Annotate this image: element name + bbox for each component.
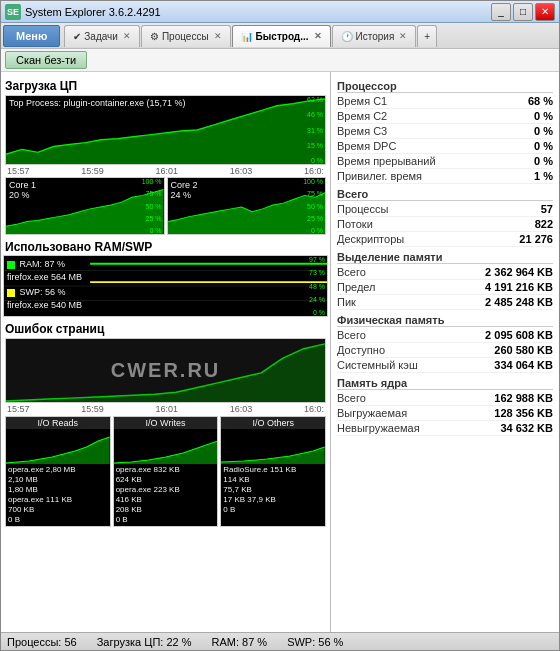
value-physmem-avail: 260 580 KB: [494, 344, 553, 356]
row-memalloc-peak: Пик 2 485 248 KB: [337, 295, 553, 310]
tab-bystrod[interactable]: 📊 Быстрод... ✕: [232, 25, 331, 47]
time-160x: 16:0:: [304, 166, 324, 176]
cpu-section-title: Загрузка ЦП: [3, 76, 328, 94]
value-privtime: 1 %: [534, 170, 553, 182]
value-descriptors: 21 276: [519, 233, 553, 245]
row-descriptors: Дескрипторы 21 276: [337, 232, 553, 247]
ram-label-line1: RAM: 87 %: [7, 258, 82, 271]
menu-button[interactable]: Меню: [3, 25, 60, 47]
label-c1: Время C1: [337, 95, 387, 107]
core2-pct: 24 %: [171, 190, 192, 200]
cpu-chart-scale: 62 % 46 % 31 % 15 % 0 %: [307, 96, 323, 164]
cpu-scale-46: 46 %: [307, 111, 323, 118]
physmem-title: Физическая память: [337, 314, 553, 327]
tab-protsessy-close[interactable]: ✕: [214, 31, 222, 41]
io-reads-line3: 1,80 MB: [8, 485, 108, 495]
core1-scale: 100 % 75 % 50 % 25 % 0 %: [142, 178, 162, 234]
left-panel: Загрузка ЦП Top Process: plugin-containe…: [1, 72, 331, 632]
window-controls: _ □ ✕: [491, 3, 555, 21]
close-button[interactable]: ✕: [535, 3, 555, 21]
app-icon: SE: [5, 4, 21, 20]
maximize-button[interactable]: □: [513, 3, 533, 21]
status-ram: RAM: 87 %: [211, 636, 267, 648]
tab-istoriya-label: История: [356, 31, 395, 42]
title-bar: SE System Explorer 3.6.2.4291 _ □ ✕: [1, 1, 559, 23]
io-others-title: I/O Others: [221, 417, 325, 429]
tab-istoriya-close[interactable]: ✕: [399, 31, 407, 41]
io-writes-svg: [114, 429, 218, 464]
row-memalloc-total: Всего 2 362 964 KB: [337, 265, 553, 280]
ram-section-title: Использовано RAM/SWP: [3, 237, 328, 255]
time-1557: 15:57: [7, 166, 30, 176]
svg-marker-2: [168, 192, 326, 234]
io-writes-title: I/O Writes: [114, 417, 218, 429]
tab-protsessy-label: Процессы: [162, 31, 209, 42]
row-interrupt: Время прерываний 0 %: [337, 154, 553, 169]
svg-marker-10: [114, 441, 218, 464]
tab-zadachi[interactable]: ✔ Задачи ✕: [64, 25, 140, 47]
value-dpc: 0 %: [534, 140, 553, 152]
io-others-block: I/O Others RadioSure.e 151 KB 114 KB 75,…: [220, 416, 326, 527]
io-others-line2: 114 KB: [223, 475, 323, 485]
io-reads-line2: 2,10 MB: [8, 475, 108, 485]
tab-bystrod-close[interactable]: ✕: [314, 31, 322, 41]
tab-zadachi-icon: ✔: [73, 31, 81, 42]
row-processes: Процессы 57: [337, 202, 553, 217]
ram-label-line2: firefox.exe 564 MB: [7, 271, 82, 284]
row-threads: Потоки 822: [337, 217, 553, 232]
row-privtime: Привилег. время 1 %: [337, 169, 553, 184]
svg-marker-0: [6, 99, 325, 164]
tab-protsessy[interactable]: ⚙ Процессы ✕: [141, 25, 231, 47]
value-memalloc-peak: 2 485 248 KB: [485, 296, 553, 308]
value-memalloc-total: 2 362 964 KB: [485, 266, 553, 278]
row-physmem-cache: Системный кэш 334 064 KB: [337, 358, 553, 373]
row-kernelmem-total: Всего 162 988 KB: [337, 391, 553, 406]
row-physmem-avail: Доступно 260 580 KB: [337, 343, 553, 358]
scan-button[interactable]: Скан без-ти: [5, 51, 87, 69]
label-interrupt: Время прерываний: [337, 155, 436, 167]
io-reads-line6: 0 B: [8, 515, 108, 525]
status-processes: Процессы: 56: [7, 636, 77, 648]
io-writes-chart: [114, 429, 218, 464]
tab-zadachi-close[interactable]: ✕: [123, 31, 131, 41]
value-c2: 0 %: [534, 110, 553, 122]
menu-bar: Меню ✔ Задачи ✕ ⚙ Процессы ✕ 📊 Быстрод..…: [1, 23, 559, 49]
minimize-button[interactable]: _: [491, 3, 511, 21]
label-memalloc-limit: Предел: [337, 281, 376, 293]
cpu-top-process-label: Top Process: plugin-container.exe (15,71…: [9, 98, 186, 108]
io-others-line4: 17 KB 37,9 KB: [223, 495, 323, 505]
label-memalloc-total: Всего: [337, 266, 366, 278]
tab-add[interactable]: +: [417, 25, 437, 47]
core2-label: Core 2: [171, 180, 198, 190]
tab-protsessy-icon: ⚙: [150, 31, 159, 42]
toolbar: Скан без-ти: [1, 49, 559, 72]
cpu-scale-15: 15 %: [307, 142, 323, 149]
value-threads: 822: [535, 218, 553, 230]
ram-yellow-dot: [7, 289, 15, 297]
page-time-1557: 15:57: [7, 404, 30, 414]
page-chart-svg: [6, 339, 325, 402]
page-time-1559: 15:59: [81, 404, 104, 414]
ram-green-dot: [7, 261, 15, 269]
page-time-160x: 16:0:: [304, 404, 324, 414]
page-section-title: Ошибок страниц: [3, 319, 328, 337]
cpu-scale-31: 31 %: [307, 127, 323, 134]
all-title: Всего: [337, 188, 553, 201]
io-reads-line4: opera.exe 111 KB: [8, 495, 108, 505]
core1-label: Core 1: [9, 180, 36, 190]
io-reads-svg: [6, 429, 110, 464]
swp-label-line1: SWP: 56 %: [7, 286, 82, 299]
page-time-1601: 16:01: [155, 404, 178, 414]
label-c3: Время C3: [337, 125, 387, 137]
ram-chart: RAM: 87 % firefox.exe 564 MB SWP: 56 % f…: [3, 255, 328, 317]
tab-istoriya[interactable]: 🕐 История ✕: [332, 25, 417, 47]
ram-chart-scale: 97 % 73 % 48 % 24 % 0 %: [309, 256, 325, 316]
page-chart: CWER.RU 30396 22797 15198 7599 0: [5, 338, 326, 403]
row-memalloc-limit: Предел 4 191 216 KB: [337, 280, 553, 295]
tab-bystrod-label: Быстрод...: [256, 31, 309, 42]
value-c3: 0 %: [534, 125, 553, 137]
status-swp: SWP: 56 %: [287, 636, 343, 648]
main-content: Загрузка ЦП Top Process: plugin-containe…: [1, 72, 559, 632]
core2-chart: Core 2 24 % 100 % 75 % 50 % 25 % 0 %: [167, 177, 327, 235]
time-1601: 16:01: [155, 166, 178, 176]
